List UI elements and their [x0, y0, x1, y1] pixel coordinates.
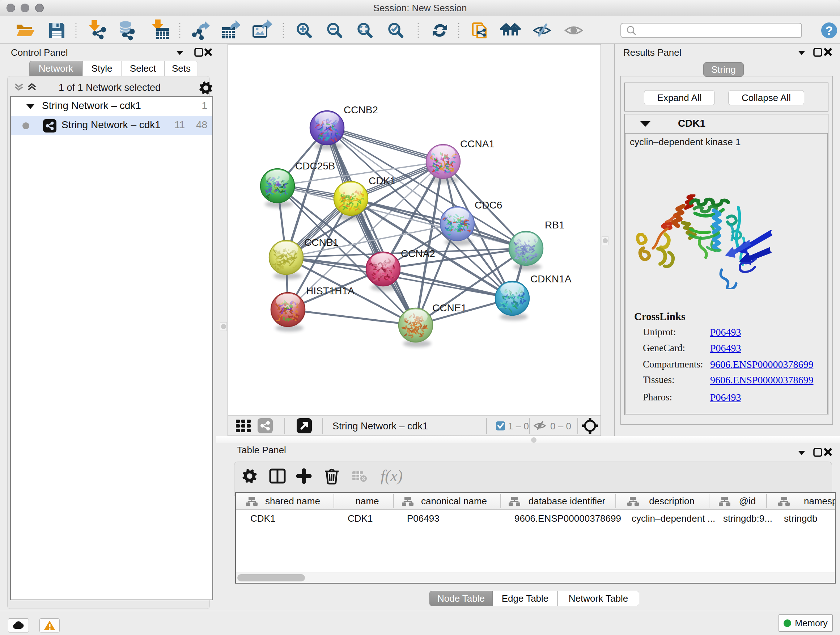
- svg-text:CCNA1: CCNA1: [460, 138, 494, 149]
- svg-text:CCNA2: CCNA2: [401, 248, 435, 259]
- svg-text:CCNE1: CCNE1: [432, 302, 467, 314]
- svg-text:String Network – cdk1: String Network – cdk1: [332, 421, 428, 432]
- svg-text:shared name: shared name: [265, 496, 320, 507]
- svg-text:name: name: [355, 496, 379, 507]
- svg-text:CDC25B: CDC25B: [295, 160, 335, 172]
- svg-text:1 – 0: 1 – 0: [508, 421, 529, 432]
- svg-text:CCNB1: CCNB1: [304, 237, 339, 248]
- svg-text:@id: @id: [739, 496, 756, 507]
- svg-text:description: description: [649, 496, 695, 507]
- svg-text:HIST1H1A: HIST1H1A: [306, 285, 355, 296]
- svg-text:canonical name: canonical name: [421, 496, 487, 507]
- svg-text:RB1: RB1: [545, 219, 564, 231]
- svg-text:CCNB2: CCNB2: [344, 104, 378, 116]
- svg-text:f(x): f(x): [381, 467, 403, 485]
- svg-text:CDC6: CDC6: [475, 200, 502, 211]
- svg-text:database identifier: database identifier: [529, 496, 606, 507]
- svg-text:CDK1: CDK1: [369, 175, 396, 187]
- svg-text:CDKN1A: CDKN1A: [531, 273, 572, 285]
- svg-text:0 – 0: 0 – 0: [550, 421, 571, 432]
- svg-text:?: ?: [826, 24, 833, 37]
- svg-text:namespac: namespac: [804, 496, 835, 507]
